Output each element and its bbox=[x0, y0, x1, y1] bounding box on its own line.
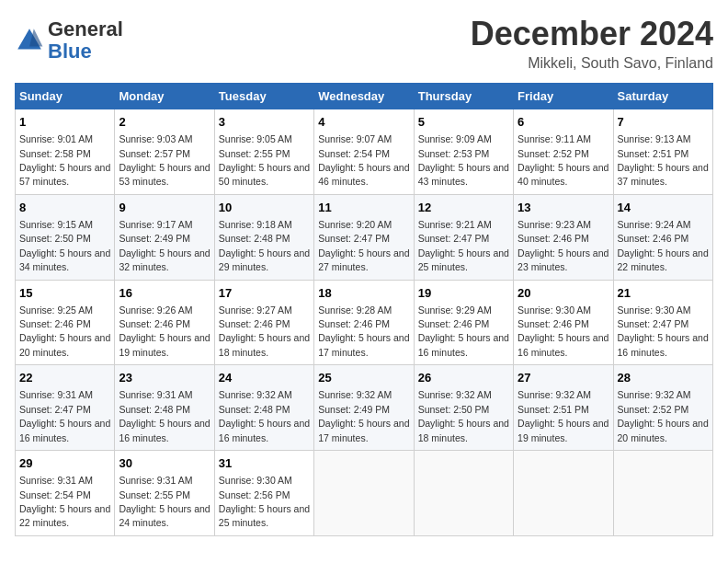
day-number: 8 bbox=[19, 200, 110, 216]
calendar-cell: 30 Sunrise: 9:31 AMSunset: 2:55 PMDaylig… bbox=[115, 451, 214, 536]
calendar-cell: 22 Sunrise: 9:31 AMSunset: 2:47 PMDaylig… bbox=[16, 365, 115, 451]
day-sunrise: Sunrise: 9:03 AMSunset: 2:57 PMDaylight:… bbox=[119, 133, 210, 187]
calendar-header-wednesday: Wednesday bbox=[314, 84, 414, 109]
calendar-cell: 29 Sunrise: 9:31 AMSunset: 2:54 PMDaylig… bbox=[16, 451, 115, 536]
calendar-cell bbox=[514, 451, 613, 536]
day-number: 24 bbox=[219, 370, 310, 386]
calendar-week-3: 15 Sunrise: 9:25 AMSunset: 2:46 PMDaylig… bbox=[16, 280, 713, 365]
calendar-cell: 10 Sunrise: 9:18 AMSunset: 2:48 PMDaylig… bbox=[214, 194, 313, 280]
calendar-cell: 14 Sunrise: 9:24 AMSunset: 2:46 PMDaylig… bbox=[613, 194, 712, 280]
calendar-cell: 17 Sunrise: 9:27 AMSunset: 2:46 PMDaylig… bbox=[214, 280, 313, 365]
calendar-header-row: SundayMondayTuesdayWednesdayThursdayFrid… bbox=[16, 84, 713, 109]
calendar-cell bbox=[414, 451, 513, 536]
day-sunrise: Sunrise: 9:01 AMSunset: 2:58 PMDaylight:… bbox=[19, 133, 110, 187]
calendar-cell: 11 Sunrise: 9:20 AMSunset: 2:47 PMDaylig… bbox=[314, 194, 414, 280]
calendar-cell: 21 Sunrise: 9:30 AMSunset: 2:47 PMDaylig… bbox=[613, 280, 712, 365]
calendar-header-thursday: Thursday bbox=[414, 84, 513, 109]
day-sunrise: Sunrise: 9:26 AMSunset: 2:46 PMDaylight:… bbox=[119, 304, 210, 358]
day-number: 16 bbox=[119, 285, 210, 302]
day-number: 15 bbox=[19, 285, 110, 302]
calendar-cell: 1 Sunrise: 9:01 AMSunset: 2:58 PMDayligh… bbox=[16, 109, 115, 195]
calendar-cell: 15 Sunrise: 9:25 AMSunset: 2:46 PMDaylig… bbox=[16, 280, 115, 365]
day-sunrise: Sunrise: 9:15 AMSunset: 2:50 PMDaylight:… bbox=[19, 219, 110, 272]
day-sunrise: Sunrise: 9:23 AMSunset: 2:46 PMDaylight:… bbox=[518, 219, 609, 272]
day-sunrise: Sunrise: 9:18 AMSunset: 2:48 PMDaylight:… bbox=[219, 219, 310, 272]
day-number: 21 bbox=[618, 285, 709, 302]
calendar-header-sunday: Sunday bbox=[16, 84, 115, 109]
day-sunrise: Sunrise: 9:09 AMSunset: 2:53 PMDaylight:… bbox=[418, 133, 509, 187]
calendar-week-5: 29 Sunrise: 9:31 AMSunset: 2:54 PMDaylig… bbox=[16, 451, 713, 536]
day-sunrise: Sunrise: 9:32 AMSunset: 2:48 PMDaylight:… bbox=[219, 389, 310, 442]
calendar-cell: 6 Sunrise: 9:11 AMSunset: 2:52 PMDayligh… bbox=[514, 109, 613, 195]
calendar-cell: 8 Sunrise: 9:15 AMSunset: 2:50 PMDayligh… bbox=[16, 194, 115, 280]
day-number: 14 bbox=[618, 200, 709, 216]
logo-text: General Blue bbox=[48, 18, 123, 63]
day-sunrise: Sunrise: 9:32 AMSunset: 2:49 PMDaylight:… bbox=[318, 389, 409, 442]
day-number: 5 bbox=[418, 114, 509, 131]
title-block: December 2024 Mikkeli, South Savo, Finla… bbox=[471, 15, 713, 72]
calendar-cell: 24 Sunrise: 9:32 AMSunset: 2:48 PMDaylig… bbox=[214, 365, 313, 451]
day-number: 2 bbox=[119, 114, 210, 131]
day-number: 3 bbox=[219, 114, 310, 131]
day-number: 11 bbox=[318, 200, 409, 216]
calendar-week-1: 1 Sunrise: 9:01 AMSunset: 2:58 PMDayligh… bbox=[16, 109, 713, 195]
calendar-header-monday: Monday bbox=[115, 84, 214, 109]
calendar-cell: 31 Sunrise: 9:30 AMSunset: 2:56 PMDaylig… bbox=[214, 451, 313, 536]
calendar-week-4: 22 Sunrise: 9:31 AMSunset: 2:47 PMDaylig… bbox=[16, 365, 713, 451]
logo-icon bbox=[15, 26, 44, 55]
calendar-cell: 19 Sunrise: 9:29 AMSunset: 2:46 PMDaylig… bbox=[414, 280, 513, 365]
calendar-header-friday: Friday bbox=[514, 84, 613, 109]
calendar-cell: 7 Sunrise: 9:13 AMSunset: 2:51 PMDayligh… bbox=[613, 109, 712, 195]
day-sunrise: Sunrise: 9:28 AMSunset: 2:46 PMDaylight:… bbox=[318, 304, 409, 358]
day-sunrise: Sunrise: 9:29 AMSunset: 2:46 PMDaylight:… bbox=[418, 304, 509, 358]
calendar-cell: 13 Sunrise: 9:23 AMSunset: 2:46 PMDaylig… bbox=[514, 194, 613, 280]
day-number: 1 bbox=[19, 114, 110, 131]
day-sunrise: Sunrise: 9:24 AMSunset: 2:46 PMDaylight:… bbox=[618, 219, 709, 272]
day-sunrise: Sunrise: 9:20 AMSunset: 2:47 PMDaylight:… bbox=[318, 219, 409, 272]
day-sunrise: Sunrise: 9:31 AMSunset: 2:47 PMDaylight:… bbox=[19, 389, 110, 442]
calendar-cell: 9 Sunrise: 9:17 AMSunset: 2:49 PMDayligh… bbox=[115, 194, 214, 280]
day-number: 25 bbox=[318, 370, 409, 386]
calendar-cell: 12 Sunrise: 9:21 AMSunset: 2:47 PMDaylig… bbox=[414, 194, 513, 280]
day-number: 26 bbox=[418, 370, 509, 386]
day-sunrise: Sunrise: 9:05 AMSunset: 2:55 PMDaylight:… bbox=[219, 133, 310, 187]
day-sunrise: Sunrise: 9:11 AMSunset: 2:52 PMDaylight:… bbox=[518, 133, 609, 187]
calendar-cell: 3 Sunrise: 9:05 AMSunset: 2:55 PMDayligh… bbox=[214, 109, 313, 195]
day-sunrise: Sunrise: 9:17 AMSunset: 2:49 PMDaylight:… bbox=[119, 219, 210, 272]
calendar-header-saturday: Saturday bbox=[613, 84, 712, 109]
calendar-cell: 27 Sunrise: 9:32 AMSunset: 2:51 PMDaylig… bbox=[514, 365, 613, 451]
day-number: 4 bbox=[318, 114, 409, 131]
calendar-cell: 23 Sunrise: 9:31 AMSunset: 2:48 PMDaylig… bbox=[115, 365, 214, 451]
day-number: 7 bbox=[618, 114, 709, 131]
day-number: 19 bbox=[418, 285, 509, 302]
header: General Blue December 2024 Mikkeli, Sout… bbox=[15, 15, 713, 72]
day-number: 13 bbox=[518, 200, 609, 216]
day-number: 9 bbox=[119, 200, 210, 216]
day-sunrise: Sunrise: 9:30 AMSunset: 2:47 PMDaylight:… bbox=[618, 304, 709, 358]
day-number: 12 bbox=[418, 200, 509, 216]
calendar-header-tuesday: Tuesday bbox=[214, 84, 313, 109]
calendar-cell: 25 Sunrise: 9:32 AMSunset: 2:49 PMDaylig… bbox=[314, 365, 414, 451]
day-sunrise: Sunrise: 9:32 AMSunset: 2:51 PMDaylight:… bbox=[518, 389, 609, 442]
calendar-table: SundayMondayTuesdayWednesdayThursdayFrid… bbox=[15, 83, 713, 536]
calendar-cell: 28 Sunrise: 9:32 AMSunset: 2:52 PMDaylig… bbox=[613, 365, 712, 451]
day-number: 28 bbox=[618, 370, 709, 386]
day-number: 22 bbox=[19, 370, 110, 386]
calendar-cell: 5 Sunrise: 9:09 AMSunset: 2:53 PMDayligh… bbox=[414, 109, 513, 195]
calendar-cell: 18 Sunrise: 9:28 AMSunset: 2:46 PMDaylig… bbox=[314, 280, 414, 365]
day-number: 10 bbox=[219, 200, 310, 216]
calendar-body: 1 Sunrise: 9:01 AMSunset: 2:58 PMDayligh… bbox=[16, 109, 713, 536]
main-title: December 2024 bbox=[471, 15, 713, 53]
day-sunrise: Sunrise: 9:30 AMSunset: 2:56 PMDaylight:… bbox=[219, 475, 310, 528]
day-sunrise: Sunrise: 9:21 AMSunset: 2:47 PMDaylight:… bbox=[418, 219, 509, 272]
day-sunrise: Sunrise: 9:31 AMSunset: 2:55 PMDaylight:… bbox=[119, 475, 210, 528]
day-number: 23 bbox=[119, 370, 210, 386]
calendar-week-2: 8 Sunrise: 9:15 AMSunset: 2:50 PMDayligh… bbox=[16, 194, 713, 280]
day-number: 29 bbox=[19, 455, 110, 472]
calendar-cell bbox=[314, 451, 414, 536]
day-number: 30 bbox=[119, 455, 210, 472]
day-sunrise: Sunrise: 9:32 AMSunset: 2:50 PMDaylight:… bbox=[418, 389, 509, 442]
subtitle: Mikkeli, South Savo, Finland bbox=[471, 55, 713, 72]
day-sunrise: Sunrise: 9:27 AMSunset: 2:46 PMDaylight:… bbox=[219, 304, 310, 358]
day-number: 6 bbox=[518, 114, 609, 131]
